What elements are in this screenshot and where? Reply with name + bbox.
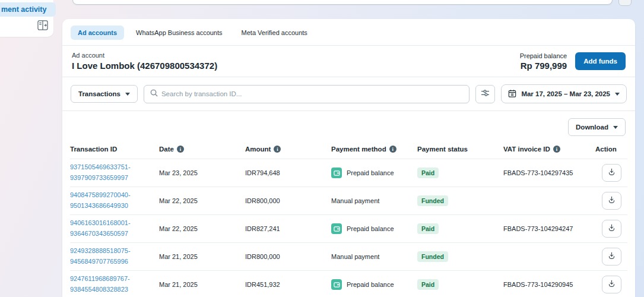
col-transaction-id: Transaction ID	[70, 146, 159, 153]
account-type-tabs: Ad accounts WhatsApp Business accounts M…	[62, 19, 635, 45]
prepaid-balance-value: Rp 799,999	[520, 61, 567, 71]
status-badge: Funded	[417, 251, 448, 262]
payment-method-cell: Prepaid balance	[331, 223, 417, 234]
filter-settings-button[interactable]	[475, 85, 495, 103]
prepaid-balance-label: Prepaid balance	[520, 52, 567, 59]
transaction-amount: IDR827,241	[245, 225, 331, 232]
status-badge: Funded	[417, 195, 448, 206]
account-header: Ad account I Love Lombok (42670980053437…	[62, 46, 635, 77]
sidebar-item-payment-activity[interactable]: ment activity	[0, 2, 56, 17]
payment-activity-card: Ad accounts WhatsApp Business accounts M…	[62, 19, 635, 297]
ad-account-name: I Love Lombok (426709800534372)	[72, 61, 217, 71]
download-invoice-button[interactable]	[602, 248, 621, 266]
transaction-id-link[interactable]: 9408475899270040-9501343686649930	[70, 191, 131, 209]
add-funds-button[interactable]: Add funds	[575, 52, 626, 70]
download-icon	[607, 279, 616, 290]
table-header-row: Transaction ID Date i Amount i Payment m…	[70, 142, 627, 159]
col-amount: Amount i	[245, 146, 331, 153]
date-range-picker[interactable]: Mar 17, 2025 – Mar 23, 2025	[501, 84, 627, 103]
download-icon	[607, 251, 616, 262]
vat-invoice-id: FBADS-773-104290945	[503, 281, 595, 288]
transaction-search	[144, 85, 469, 103]
status-badge: Paid	[417, 279, 439, 290]
transaction-id-link[interactable]: 9406163016168001-9364670343650597	[70, 219, 131, 237]
col-vat-invoice-id: VAT invoice ID i	[503, 146, 595, 153]
status-badge: Paid	[417, 223, 439, 234]
transaction-date: Mar 22, 2025	[159, 197, 245, 204]
sidebar-item-label: ment activity	[1, 5, 46, 14]
transaction-amount: IDR451,932	[245, 281, 331, 288]
date-range-label: Mar 17, 2025 – Mar 23, 2025	[521, 90, 610, 97]
collapse-sidebar-icon	[37, 23, 48, 32]
tab-ad-accounts[interactable]: Ad accounts	[71, 26, 124, 40]
col-payment-method: Payment method i	[331, 146, 417, 153]
download-icon	[607, 195, 616, 206]
account-identity: Ad account I Love Lombok (42670980053437…	[72, 52, 217, 71]
payment-method-cell: Prepaid balance	[331, 168, 417, 178]
download-button[interactable]: Download	[568, 118, 626, 136]
chevron-down-icon	[613, 126, 618, 129]
wallet-icon	[331, 168, 342, 178]
payment-method-cell: Prepaid balance	[331, 279, 417, 290]
ad-account-label: Ad account	[72, 52, 217, 59]
transaction-amount: IDR800,000	[245, 197, 331, 204]
filter-bar: Transactions	[62, 77, 635, 110]
wallet-icon	[331, 223, 342, 234]
table-row: 9408475899270040-9501343686649930Mar 22,…	[70, 187, 627, 214]
transactions-table: Transaction ID Date i Amount i Payment m…	[62, 142, 635, 297]
col-action: Action	[595, 146, 627, 153]
table-toolbar: Download	[62, 111, 635, 142]
payment-method-cell: Manual payment	[331, 197, 417, 204]
transaction-date: Mar 23, 2025	[159, 169, 245, 176]
balance-section: Prepaid balance Rp 799,999 Add funds	[520, 52, 626, 71]
top-corner-button-fragment[interactable]	[618, 0, 632, 6]
search-input[interactable]	[161, 90, 469, 97]
payment-method-label: Prepaid balance	[347, 281, 394, 288]
download-invoice-button[interactable]	[602, 164, 621, 182]
transaction-amount: IDR794,648	[245, 169, 331, 176]
transaction-date: Mar 21, 2025	[159, 281, 245, 288]
vat-invoice-id: FBADS-773-104294247	[503, 225, 595, 232]
transaction-date: Mar 21, 2025	[159, 253, 245, 260]
download-icon	[607, 223, 616, 234]
transaction-id-link[interactable]: 9247611968689767-9384554808328823	[70, 275, 130, 293]
chevron-down-icon	[615, 93, 620, 96]
sidebar: ment activity	[0, 0, 53, 37]
col-date: Date i	[159, 146, 245, 153]
table-row: 9371505469633751-9397909733659997Mar 23,…	[70, 159, 627, 187]
sliders-icon	[481, 89, 490, 99]
table-row: 9247611968689767-9384554808328823Mar 21,…	[70, 270, 627, 297]
payment-method-label: Manual payment	[331, 253, 379, 260]
top-search-bar-fragment[interactable]	[72, 0, 613, 5]
download-button-label: Download	[576, 124, 608, 131]
transaction-date: Mar 22, 2025	[159, 225, 245, 232]
info-icon[interactable]: i	[177, 146, 184, 153]
payment-method-label: Prepaid balance	[347, 225, 394, 232]
info-icon[interactable]: i	[274, 146, 281, 153]
status-badge: Paid	[417, 168, 439, 178]
transaction-id-link[interactable]: 9249328888518075-9456849707765996	[70, 247, 131, 265]
info-icon[interactable]: i	[389, 146, 396, 153]
tab-whatsapp-business-accounts[interactable]: WhatsApp Business accounts	[129, 26, 230, 40]
transaction-id-link[interactable]: 9371505469633751-9397909733659997	[70, 163, 131, 181]
download-invoice-button[interactable]	[602, 276, 621, 293]
table-row: 9249328888518075-9456849707765996Mar 21,…	[70, 242, 627, 270]
col-payment-status: Payment status	[417, 146, 503, 153]
transaction-amount: IDR800,000	[245, 253, 331, 260]
prepaid-balance: Prepaid balance Rp 799,999	[520, 52, 567, 71]
payment-method-label: Manual payment	[331, 197, 379, 204]
chevron-down-icon	[125, 93, 130, 96]
download-invoice-button[interactable]	[602, 192, 621, 210]
calendar-icon	[508, 89, 516, 99]
collapse-sidebar-button[interactable]	[37, 20, 49, 31]
search-icon	[150, 89, 158, 99]
download-icon	[607, 168, 616, 178]
table-row: 9406163016168001-9364670343650597Mar 22,…	[70, 214, 627, 242]
download-invoice-button[interactable]	[602, 220, 621, 238]
info-icon[interactable]: i	[553, 146, 560, 153]
vat-invoice-id: FBADS-773-104297435	[503, 169, 595, 176]
transactions-dropdown[interactable]: Transactions	[71, 85, 138, 103]
tab-meta-verified-accounts[interactable]: Meta Verified accounts	[234, 26, 315, 40]
payment-method-cell: Manual payment	[331, 253, 417, 260]
transactions-dropdown-label: Transactions	[78, 90, 120, 97]
